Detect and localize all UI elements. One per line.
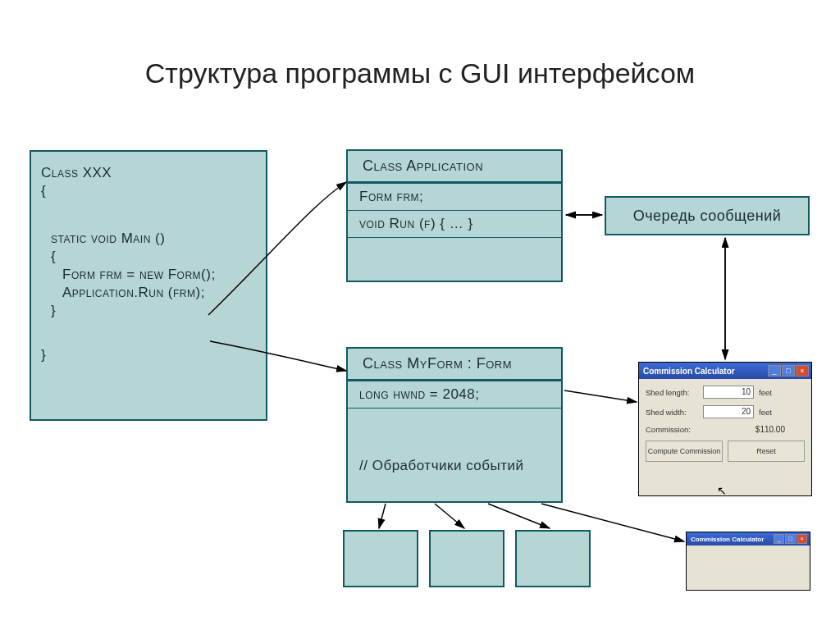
class-application-box: Class Application Form frm; void Run (f)… — [346, 149, 563, 282]
code-line: { — [39, 183, 258, 199]
calc-titlebar: Commission Calculator _ □ × — [639, 363, 811, 379]
close-icon[interactable]: × — [796, 365, 809, 377]
event-handler-box — [515, 530, 591, 587]
code-line: Form frm = new Form(); — [39, 267, 258, 283]
window-buttons: _ □ × — [768, 365, 809, 377]
shed-length-label: Shed length: — [646, 388, 698, 397]
class-app-row: Form frm; — [348, 184, 561, 211]
class-app-header: Class Application — [348, 151, 561, 184]
event-handler-box — [343, 530, 418, 587]
code-line: static void Main () — [39, 231, 258, 247]
close-icon[interactable]: × — [797, 534, 807, 544]
svg-line-5 — [379, 504, 386, 528]
minimize-icon[interactable]: _ — [768, 365, 781, 377]
class-myform-box: Class MyForm : Form long hwnd = 2048; //… — [346, 347, 563, 503]
class-xxx-box: Class XXX { static void Main () { Form f… — [30, 150, 267, 421]
unit-label: feet — [759, 408, 772, 417]
calc2-title: Commission Calculator — [689, 536, 764, 543]
calc2-titlebar: Commission Calculator _ □ × — [687, 532, 810, 546]
maximize-icon[interactable]: □ — [785, 534, 796, 544]
message-queue-box: Очередь сообщений — [605, 196, 810, 235]
calculator-window-small: Commission Calculator _ □ × — [686, 532, 810, 591]
compute-commission-button[interactable]: Compute Commission — [646, 441, 723, 462]
calc-title: Commission Calculator — [641, 367, 735, 376]
shed-length-input[interactable]: 10 — [703, 386, 754, 399]
class-form-row — [348, 409, 561, 453]
window-buttons: _ □ × — [774, 534, 807, 544]
code-line: } — [39, 303, 258, 319]
code-line: { — [39, 249, 258, 265]
calc-body: Shed length: 10 feet Shed width: 20 feet… — [639, 379, 811, 465]
code-line: } — [39, 347, 258, 363]
shed-width-input[interactable]: 20 — [703, 405, 754, 418]
class-form-header: Class MyForm : Form — [348, 349, 561, 381]
event-handler-box — [429, 530, 504, 587]
reset-button[interactable]: Reset — [728, 441, 805, 462]
shed-width-label: Shed width: — [646, 408, 698, 417]
message-queue-label: Очередь сообщений — [633, 208, 782, 225]
calculator-window: Commission Calculator _ □ × Shed length:… — [638, 362, 812, 496]
code-line: Application.Run (frm); — [39, 285, 258, 301]
class-app-row: void Run (f) { … } — [348, 211, 561, 238]
slide-title: Структура программы с GUI интерфейсом — [0, 57, 840, 89]
class-form-row: long hwnd = 2048; — [348, 381, 561, 409]
code-line: Class XXX — [39, 165, 258, 181]
commission-label: Commission: — [646, 425, 698, 434]
unit-label: feet — [759, 388, 772, 397]
class-app-row — [348, 238, 561, 261]
class-form-row: // Обработчики событий — [348, 453, 561, 479]
svg-line-7 — [488, 504, 550, 528]
maximize-icon[interactable]: □ — [782, 365, 795, 377]
minimize-icon[interactable]: _ — [774, 534, 784, 544]
svg-line-4 — [564, 390, 637, 402]
svg-line-6 — [435, 504, 464, 528]
commission-value: $110.00 — [703, 425, 805, 434]
